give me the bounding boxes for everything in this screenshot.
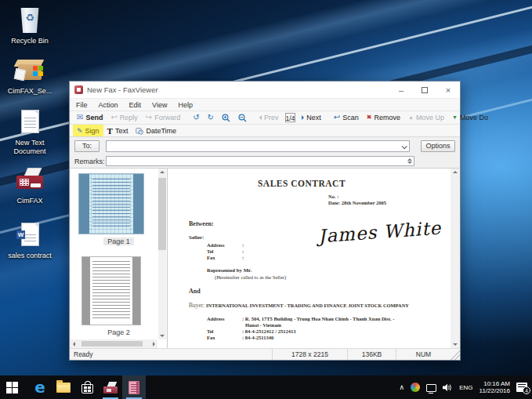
thumbnail-page-2[interactable] (81, 256, 141, 325)
fax-keypad (20, 179, 29, 186)
forward-button[interactable]: ↪ Forward (142, 112, 184, 124)
desktop-icon-cimfax[interactable]: CimFAX (2, 166, 58, 205)
start-button[interactable] (0, 375, 24, 399)
send-icon: ✉ (77, 114, 83, 122)
text-lines (24, 118, 36, 130)
taskbar-faxviewer[interactable] (122, 375, 146, 399)
represented-by: Represented by Mr. (207, 267, 252, 273)
fax-machine-icon (15, 166, 45, 194)
buyer-line: Buyer: INTERNATIONAL INVESTMENT - TRADIN… (189, 302, 409, 309)
network-icon[interactable] (426, 384, 436, 392)
maximize-button[interactable] (413, 82, 436, 99)
buyer-address-row-2: Hanoi - Vietnam (245, 322, 281, 328)
document-vertical-scrollbar[interactable] (451, 169, 459, 348)
taskbar: e ∧ ENG 10:16 AM 11/22/2016 4 (0, 375, 532, 399)
fax-slot (31, 183, 41, 187)
menu-edit[interactable]: Edit (129, 101, 142, 109)
contract-between: Between: (189, 220, 214, 227)
windows-logo-icon (33, 66, 43, 76)
spinner-up-icon (407, 158, 412, 161)
datetime-label: DateTime (146, 127, 176, 135)
recycle-glyph: ♻ (15, 13, 45, 23)
tray-date: 11/22/2016 (480, 387, 510, 394)
recipient-combobox[interactable] (106, 140, 410, 152)
send-button[interactable]: ✉ Send (73, 112, 107, 124)
zoom-out-icon (238, 114, 247, 122)
next-page-button[interactable]: Next (298, 112, 325, 124)
taskbar-edge[interactable]: e (28, 375, 52, 399)
document-viewer[interactable]: SALES CONTRACT No. : Date: 28th November… (168, 169, 459, 348)
menu-view[interactable]: View (152, 101, 167, 109)
remarks-input[interactable] (106, 156, 414, 166)
desktop-icon-new-text-document[interactable]: New Text Document (2, 108, 58, 156)
taskbar-store[interactable] (75, 375, 99, 399)
sign-button[interactable]: ✎ Sign (73, 125, 103, 136)
store-bag-icon (81, 384, 93, 394)
contract-no: No. : (328, 194, 338, 199)
desktop-icon-sales-contract[interactable]: W sales contract (2, 221, 58, 260)
menu-action[interactable]: Action (99, 101, 118, 109)
datetime-button[interactable]: DateTime (132, 125, 180, 136)
scan-label: Scan (342, 114, 359, 122)
taskbar-cimfax[interactable] (99, 375, 122, 399)
forward-label: Forward (154, 114, 180, 122)
tray-chevron-up-icon[interactable]: ∧ (400, 383, 405, 391)
resize-grip[interactable] (451, 349, 460, 360)
text-lines (24, 234, 36, 244)
tray-clock[interactable]: 10:16 AM 11/22/2016 (480, 380, 510, 394)
annotate-toolbar: ✎ Sign T Text DateTime (70, 125, 460, 137)
desktop-icon-cimfax-setup[interactable]: CimFAX_Se... (2, 56, 58, 96)
desktop-icon-label: CimFAX (16, 197, 42, 205)
remove-button[interactable]: ✖ Remove (363, 112, 404, 124)
text-file-page (21, 110, 39, 133)
prev-page-button[interactable]: Prev (255, 112, 283, 124)
zoom-out-button[interactable] (234, 112, 251, 124)
text-button[interactable]: T Text (103, 125, 132, 136)
window-title: New Fax - FaxViewer (87, 85, 389, 94)
forward-icon: ↪ (146, 114, 152, 122)
vertical-scroll-thumb[interactable] (158, 178, 166, 250)
scan-button[interactable]: ↩ Scan (330, 112, 363, 124)
menu-help[interactable]: Help (178, 101, 193, 109)
volume-icon[interactable] (443, 383, 453, 392)
word-doc-icon: W (15, 221, 45, 249)
reply-button[interactable]: ↩ Reply (107, 112, 141, 124)
status-filesize: 136KB (347, 349, 396, 360)
page-indicator[interactable]: 1/4 (285, 113, 296, 122)
folder-icon (56, 383, 71, 393)
language-indicator[interactable]: ENG (459, 384, 472, 391)
buyer-address-row: Address: R. 504, 17T5 Building - Trung H… (207, 316, 395, 321)
menu-file[interactable]: File (76, 101, 88, 109)
word-w-glyph: W (16, 230, 25, 239)
contract-seller-label: Seller: (189, 234, 204, 241)
horizontal-scroll-thumb[interactable] (81, 341, 143, 346)
taskbar-file-explorer[interactable] (52, 375, 75, 399)
close-button[interactable]: × (436, 82, 460, 99)
to-button[interactable]: To: (74, 140, 100, 152)
remarks-spinner[interactable] (406, 157, 413, 165)
buyer-tel-row: Tel: 84-4-2512412 / 2512413 (207, 328, 295, 334)
move-down-button[interactable]: ▼ Move Do (448, 112, 492, 124)
minimize-button[interactable]: – (389, 82, 413, 99)
scroll-down-icon (453, 343, 458, 346)
desktop-icon-recycle-bin[interactable]: ♻ Recycle Bin (2, 6, 58, 45)
status-bar: Ready 1728 x 2215 136KB NUM (70, 348, 460, 360)
cimfax-icon (103, 382, 118, 394)
edge-icon: e (34, 379, 45, 395)
maximize-icon (422, 87, 428, 93)
rotate-right-button[interactable]: ↻ (204, 112, 218, 124)
thumbnail-label-1: Page 1 (71, 238, 167, 245)
options-button[interactable]: Options (421, 140, 455, 152)
title-bar[interactable]: New Fax - FaxViewer – × (70, 82, 460, 99)
seller-tel-row: Tel: (207, 248, 244, 254)
action-center-icon[interactable]: 4 (516, 383, 527, 392)
move-up-button[interactable]: ▲ Move Up (404, 112, 448, 124)
tray-app-icon[interactable] (411, 383, 420, 392)
thumbnail-page-1[interactable] (78, 173, 144, 234)
seller-fax-row: Fax: (207, 255, 244, 260)
move-up-label: Move Up (416, 114, 444, 122)
rotate-left-button[interactable]: ↺ (189, 112, 203, 124)
scan-icon: ↩ (334, 114, 340, 122)
zoom-in-button[interactable] (218, 112, 234, 124)
recycle-bin-icon: ♻ (15, 6, 45, 34)
